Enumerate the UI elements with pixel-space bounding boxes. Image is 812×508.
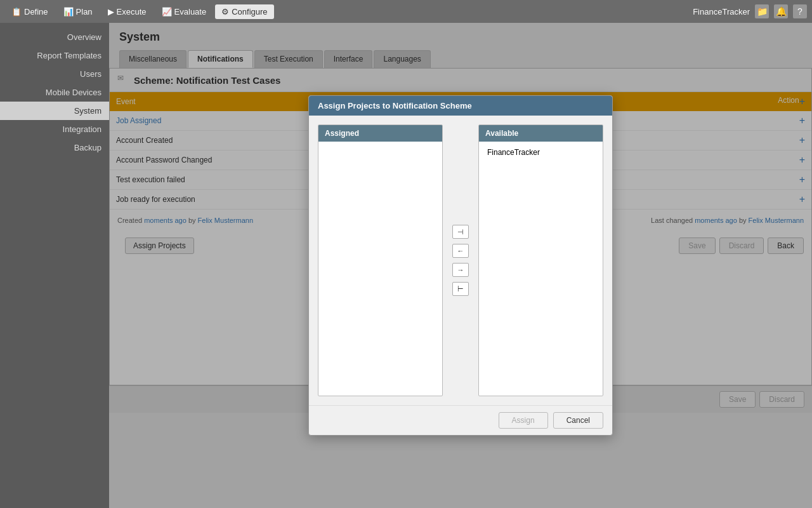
bell-icon[interactable]: 🔔 <box>774 4 788 18</box>
configure-icon: ⚙ <box>221 7 229 17</box>
top-right-area: FinanceTracker 📁 🔔 ? <box>693 4 807 18</box>
assigned-panel-header: Assigned <box>318 125 442 142</box>
move-left-button[interactable]: ← <box>452 244 469 258</box>
execute-icon: ▶ <box>108 7 114 17</box>
available-item-financetracker[interactable]: FinanceTracker <box>481 144 600 161</box>
sidebar-item-overview[interactable]: Overview <box>0 28 109 46</box>
help-icon[interactable]: ? <box>793 4 807 18</box>
move-right-button[interactable]: → <box>452 263 469 277</box>
nav-execute-label: Execute <box>117 7 147 17</box>
folder-icon[interactable]: 📁 <box>755 4 769 18</box>
assigned-panel: Assigned <box>318 124 443 396</box>
modal-body: Assigned ⊣ ← → ⊢ A <box>309 116 612 405</box>
nav-configure[interactable]: ⚙ Configure <box>215 4 273 19</box>
nav-evaluate[interactable]: 📈 Evaluate <box>155 4 213 19</box>
sidebar-item-system[interactable]: System <box>0 102 109 120</box>
modal-footer: Assign Cancel <box>309 405 612 435</box>
modal-assign-button[interactable]: Assign <box>499 412 548 429</box>
sidebar-item-integration[interactable]: Integration <box>0 120 109 138</box>
nav-configure-label: Configure <box>232 7 267 17</box>
modal-overlay: Assign Projects to Notification Scheme A… <box>109 23 812 508</box>
sidebar: Overview Report Templates Users Mobile D… <box>0 23 109 508</box>
app-title: FinanceTracker <box>693 7 750 17</box>
sidebar-item-users[interactable]: Users <box>0 65 109 83</box>
top-nav: 📋 Define 📊 Plan ▶ Execute 📈 Evaluate ⚙ C… <box>0 0 812 23</box>
evaluate-icon: 📈 <box>162 7 172 17</box>
grid-icon: 📋 <box>11 7 22 17</box>
nav-plan[interactable]: 📊 Plan <box>57 4 99 19</box>
sidebar-item-backup[interactable]: Backup <box>0 138 109 157</box>
available-panel-body: FinanceTracker <box>479 142 603 396</box>
modal-title: Assign Projects to Notification Scheme <box>318 101 472 110</box>
modal-arrows: ⊣ ← → ⊢ <box>449 124 472 396</box>
assigned-panel-body <box>318 142 442 396</box>
sidebar-item-report-templates[interactable]: Report Templates <box>0 46 109 65</box>
content-area: System Miscellaneous Notifications Test … <box>109 23 812 508</box>
nav-evaluate-label: Evaluate <box>174 7 207 17</box>
modal-cancel-button[interactable]: Cancel <box>553 412 603 429</box>
modal-header: Assign Projects to Notification Scheme <box>309 96 612 116</box>
main-layout: Overview Report Templates Users Mobile D… <box>0 23 812 508</box>
nav-plan-label: Plan <box>76 7 93 17</box>
nav-execute[interactable]: ▶ Execute <box>102 4 153 19</box>
available-panel-header: Available <box>479 125 603 142</box>
nav-define[interactable]: 📋 Define <box>5 4 55 19</box>
sidebar-item-mobile-devices[interactable]: Mobile Devices <box>0 83 109 102</box>
move-all-right-button[interactable]: ⊢ <box>452 282 469 296</box>
move-all-left-button[interactable]: ⊣ <box>452 225 469 239</box>
available-panel: Available FinanceTracker <box>478 124 603 396</box>
nav-define-label: Define <box>24 7 48 17</box>
assign-projects-modal: Assign Projects to Notification Scheme A… <box>308 95 613 436</box>
plan-icon: 📊 <box>63 7 74 17</box>
